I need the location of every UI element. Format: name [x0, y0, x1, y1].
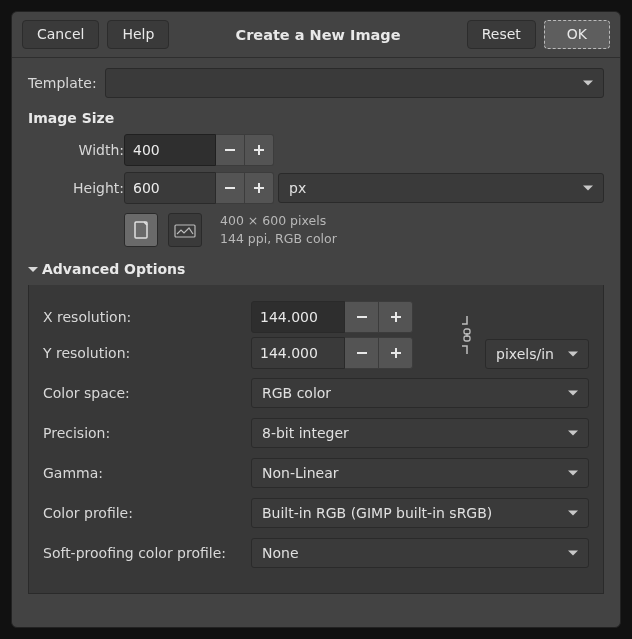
resolution-unit-value: pixels/in [496, 346, 554, 362]
y-res-increment-button[interactable] [379, 337, 413, 369]
minus-icon [354, 345, 370, 361]
svg-rect-5 [258, 183, 260, 193]
help-button[interactable]: Help [107, 20, 169, 49]
soft-proof-value: None [262, 545, 299, 561]
template-dropdown[interactable] [105, 68, 604, 98]
svg-rect-6 [135, 222, 147, 238]
color-profile-value: Built-in RGB (GIMP built-in sRGB) [262, 505, 492, 521]
size-unit-dropdown[interactable]: px [278, 173, 604, 203]
plus-icon [388, 345, 404, 361]
width-input[interactable] [124, 134, 216, 166]
gamma-value: Non-Linear [262, 465, 338, 481]
ok-button[interactable]: OK [544, 20, 610, 49]
precision-value: 8-bit integer [262, 425, 349, 441]
image-meta-line1: 400 × 600 pixels [220, 212, 337, 230]
dialog-title: Create a New Image [177, 27, 458, 43]
precision-dropdown[interactable]: 8-bit integer [251, 418, 589, 448]
svg-rect-2 [258, 145, 260, 155]
soft-proof-label: Soft-proofing color profile: [43, 545, 243, 561]
minus-icon [222, 142, 238, 158]
dialog-content: Template: Image Size Width: Height: [12, 58, 620, 610]
portrait-button[interactable] [124, 213, 158, 247]
soft-proof-dropdown[interactable]: None [251, 538, 589, 568]
size-unit-value: px [289, 180, 306, 196]
template-label: Template: [28, 75, 97, 91]
width-decrement-button[interactable] [216, 134, 245, 166]
orientation-row: 400 × 600 pixels 144 ppi, RGB color [34, 212, 604, 247]
resolution-unit-dropdown[interactable]: pixels/in [485, 339, 589, 369]
advanced-options-disclosure[interactable]: Advanced Options [28, 261, 604, 277]
size-grid: Width: Height: [34, 134, 604, 204]
color-space-dropdown[interactable]: RGB color [251, 378, 589, 408]
height-spin-group [124, 172, 274, 204]
color-profile-label: Color profile: [43, 505, 243, 521]
svg-rect-11 [357, 352, 367, 354]
dialog-header: Cancel Help Create a New Image Reset OK [12, 12, 620, 58]
dialog-window: Cancel Help Create a New Image Reset OK … [11, 11, 621, 628]
svg-rect-8 [357, 316, 367, 318]
precision-label: Precision: [43, 425, 243, 441]
advanced-options-title: Advanced Options [42, 261, 185, 277]
plus-icon [388, 309, 404, 325]
color-profile-dropdown[interactable]: Built-in RGB (GIMP built-in sRGB) [251, 498, 589, 528]
y-res-decrement-button[interactable] [345, 337, 379, 369]
reset-button[interactable]: Reset [467, 20, 536, 49]
svg-rect-10 [395, 312, 397, 322]
plus-icon [251, 142, 267, 158]
height-decrement-button[interactable] [216, 172, 245, 204]
y-resolution-spin [251, 337, 449, 369]
disclosure-triangle-icon [28, 267, 38, 272]
x-resolution-spin [251, 301, 449, 333]
color-space-label: Color space: [43, 385, 243, 401]
minus-icon [222, 180, 238, 196]
y-resolution-label: Y resolution: [43, 345, 243, 361]
chain-icon [460, 328, 474, 342]
advanced-panel: X resolution: Y resolution: [28, 285, 604, 594]
height-input[interactable] [124, 172, 216, 204]
image-size-title: Image Size [28, 110, 604, 126]
minus-icon [354, 309, 370, 325]
cancel-button[interactable]: Cancel [22, 20, 99, 49]
resolution-chain-link[interactable] [455, 303, 479, 367]
svg-rect-13 [395, 348, 397, 358]
width-label: Width: [34, 142, 124, 158]
x-res-increment-button[interactable] [379, 301, 413, 333]
gamma-dropdown[interactable]: Non-Linear [251, 458, 589, 488]
width-spin-group [124, 134, 274, 166]
width-increment-button[interactable] [245, 134, 274, 166]
y-resolution-input[interactable] [251, 337, 345, 369]
bracket-top-icon [461, 315, 473, 325]
image-meta: 400 × 600 pixels 144 ppi, RGB color [220, 212, 337, 247]
svg-rect-7 [175, 225, 195, 237]
landscape-button[interactable] [168, 213, 202, 247]
landscape-icon [174, 222, 196, 238]
x-resolution-label: X resolution: [43, 309, 243, 325]
portrait-icon [134, 221, 148, 239]
gamma-label: Gamma: [43, 465, 243, 481]
svg-rect-3 [225, 187, 235, 189]
bracket-bottom-icon [461, 345, 473, 355]
x-res-decrement-button[interactable] [345, 301, 379, 333]
template-row: Template: [28, 68, 604, 98]
height-increment-button[interactable] [245, 172, 274, 204]
image-meta-line2: 144 ppi, RGB color [220, 230, 337, 248]
height-label: Height: [34, 180, 124, 196]
svg-rect-0 [225, 149, 235, 151]
color-space-value: RGB color [262, 385, 331, 401]
x-resolution-input[interactable] [251, 301, 345, 333]
plus-icon [251, 180, 267, 196]
